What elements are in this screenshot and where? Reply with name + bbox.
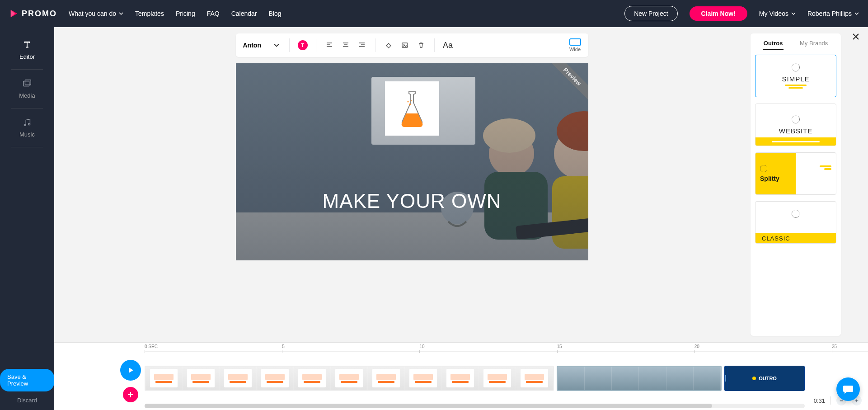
ruler-mark: 5 [282, 344, 285, 349]
music-icon [22, 118, 32, 127]
paint-bucket-icon [385, 42, 392, 49]
sidebar-music[interactable]: Music [9, 111, 45, 144]
nav-blog[interactable]: Blog [269, 10, 282, 17]
svg-point-2 [24, 124, 26, 126]
timeline-clip-1[interactable]: FREE [145, 366, 554, 391]
sidebar-label: Music [19, 131, 35, 138]
image-button[interactable] [400, 40, 410, 50]
claim-now-button[interactable]: Claim Now! [690, 6, 747, 21]
svg-rect-1 [25, 80, 31, 85]
nav-pricing[interactable]: Pricing [176, 10, 195, 17]
ruler-mark: 15 [557, 344, 562, 349]
left-sidebar: Editor Media Music Save & Preview Discar… [0, 27, 54, 410]
chat-support-button[interactable] [836, 377, 860, 401]
save-preview-button[interactable]: Save & Preview [0, 369, 54, 391]
outro-card-title: Splitty [760, 175, 796, 182]
brand-logo[interactable]: PROMO [9, 9, 57, 19]
fill-button[interactable] [384, 40, 394, 50]
nav-what-you-can-do[interactable]: What you can do [69, 10, 123, 17]
timeline: 0 SEC 5 10 15 20 25 FREE [54, 342, 868, 410]
outro-card-title: SIMPLE [782, 75, 809, 83]
nav-calendar[interactable]: Calendar [231, 10, 257, 17]
sidebar-label: Media [19, 92, 35, 99]
svg-point-22 [410, 100, 411, 101]
svg-point-21 [407, 101, 408, 103]
timeline-clip-2[interactable]: FREE [557, 366, 722, 391]
sidebar-media[interactable]: Media [9, 72, 45, 105]
font-selector[interactable]: Anton [243, 42, 281, 49]
text-icon [22, 40, 32, 50]
my-videos-label: My Videos [759, 10, 788, 17]
align-right-icon [358, 42, 366, 49]
logo-placeholder-icon [792, 210, 800, 218]
close-icon [852, 33, 860, 41]
sidebar-label: Editor [19, 53, 35, 60]
chevron-down-icon [791, 11, 796, 16]
add-clip-button[interactable] [123, 387, 138, 402]
outro-card-website[interactable]: WEBSITE [755, 104, 836, 146]
text-color-button[interactable]: T [298, 40, 308, 50]
brand-name: PROMO [22, 9, 57, 19]
text-toolbar: Anton T [236, 33, 588, 57]
sidebar-editor[interactable]: Editor [9, 33, 45, 66]
outro-dot-icon [752, 377, 756, 380]
ratio-icon [569, 38, 581, 46]
username-label: Roberta Phillips [807, 10, 852, 17]
align-center-button[interactable] [341, 40, 351, 50]
my-videos-menu[interactable]: My Videos [759, 10, 796, 17]
text-size-button[interactable]: Aa [443, 41, 453, 50]
outro-card-splitty[interactable]: Splitty [755, 152, 836, 195]
aspect-ratio-button[interactable]: Wide [569, 38, 581, 52]
outro-drag-handle[interactable] [724, 366, 727, 391]
align-center-icon [342, 42, 349, 49]
font-name: Anton [243, 42, 261, 49]
align-left-button[interactable] [324, 40, 334, 50]
outros-panel: Outros My Brands SIMPLE WEBSITE [751, 33, 841, 336]
image-icon [401, 42, 408, 49]
chevron-down-icon [119, 11, 123, 16]
scrollbar-thumb[interactable] [145, 404, 712, 408]
timeline-scrollbar[interactable] [145, 404, 805, 408]
canvas-headline[interactable]: MAKE YOUR OWN [322, 190, 501, 212]
outro-clip-label: OUTRO [759, 376, 777, 381]
outro-card-classic[interactable]: CLASSIC [755, 201, 836, 244]
app-header: PROMO What you can do Templates Pricing … [0, 0, 868, 27]
video-canvas[interactable]: MAKE YOUR OWN Preview [236, 63, 588, 260]
ruler-mark: 25 [832, 344, 837, 349]
outro-card-simple[interactable]: SIMPLE [755, 55, 836, 97]
play-logo-icon [9, 9, 19, 19]
new-project-button[interactable]: New Project [624, 6, 677, 21]
align-right-button[interactable] [357, 40, 367, 50]
play-icon [127, 366, 135, 374]
discard-button[interactable]: Discard [17, 397, 37, 404]
align-left-icon [326, 42, 333, 49]
nav-label: What you can do [69, 10, 116, 17]
plus-icon [127, 391, 134, 398]
chat-icon [842, 383, 854, 395]
svg-point-20 [409, 104, 411, 105]
user-menu[interactable]: Roberta Phillips [807, 10, 859, 17]
nav-templates[interactable]: Templates [135, 10, 164, 17]
play-button[interactable] [120, 360, 141, 381]
logo-card [385, 81, 439, 136]
trash-icon [418, 42, 425, 49]
tab-my-brands[interactable]: My Brands [799, 38, 829, 50]
logo-placeholder-icon [792, 63, 800, 71]
flask-icon [396, 88, 428, 129]
delete-button[interactable] [416, 40, 426, 50]
svg-rect-0 [23, 81, 29, 86]
timeline-ruler[interactable]: 0 SEC 5 10 15 20 25 [145, 343, 868, 352]
close-panel-button[interactable] [852, 33, 860, 41]
tab-outros[interactable]: Outros [763, 38, 784, 50]
ratio-label: Wide [569, 47, 581, 52]
media-icon [22, 79, 32, 89]
logo-placeholder-icon [792, 115, 800, 123]
ruler-mark: 20 [694, 344, 699, 349]
chevron-down-icon [854, 11, 859, 16]
outro-card-title: CLASSIC [762, 235, 790, 242]
nav-faq[interactable]: FAQ [207, 10, 220, 17]
outro-card-title: WEBSITE [779, 127, 813, 135]
svg-point-3 [28, 123, 30, 125]
timeline-outro-clip[interactable]: OUTRO [724, 366, 805, 391]
timeline-duration: 0:31 [814, 397, 825, 404]
